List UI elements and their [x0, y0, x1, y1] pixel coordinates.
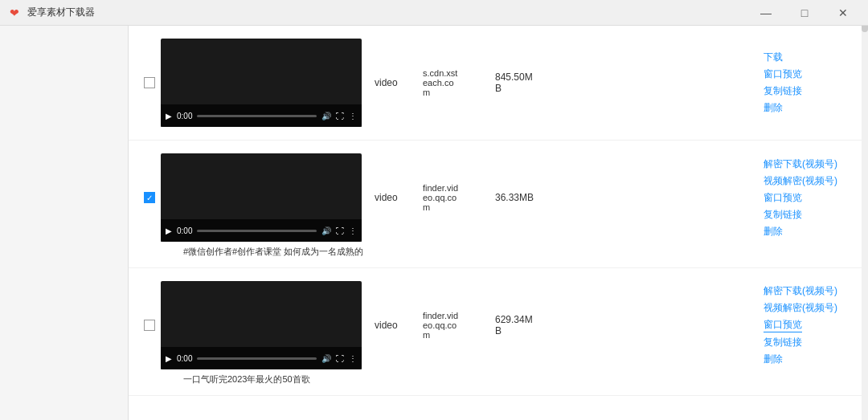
- action-copy-3[interactable]: 复制链接: [764, 336, 802, 349]
- media-size-3: 629.34MB: [495, 314, 559, 336]
- action-copy-2[interactable]: 复制链接: [764, 208, 802, 222]
- checkbox-2[interactable]: [144, 192, 155, 203]
- action-decrypt-dl-3[interactable]: 解密下载(视频号): [764, 284, 837, 298]
- checkbox-area-3: [138, 320, 161, 331]
- action-decrypt-3[interactable]: 视频解密(视频号): [764, 301, 837, 315]
- media-actions-1: 下载 窗口预览 复制链接 删除: [764, 51, 868, 115]
- action-decrypt-2[interactable]: 视频解密(视频号): [764, 174, 837, 188]
- media-type-3: video: [375, 320, 423, 331]
- action-preview-1[interactable]: 窗口预览: [764, 67, 802, 81]
- video-thumbnail-3: ▶ 0:00 🔊 ⛶ ⋮ 一口气听完2023年最火的50首歌: [161, 281, 362, 369]
- media-item-2: ▶ 0:00 🔊 ⛶ ⋮ #微信创作者#创作者课堂 如何成为一名成熟的 vide…: [129, 141, 868, 268]
- maximize-button[interactable]: □: [786, 0, 823, 26]
- checkbox-1[interactable]: [144, 77, 155, 88]
- sidebar: [0, 26, 129, 420]
- main-layout: ▶ 0:00 🔊 ⛶ ⋮ video s.cdn.xsteach.com 845…: [0, 26, 868, 420]
- volume-icon-2[interactable]: 🔊: [321, 226, 331, 235]
- media-size-1: 845.50MB: [495, 71, 559, 94]
- more-icon-3[interactable]: ⋮: [349, 354, 357, 363]
- title-left: ❤ 爱享素材下载器: [10, 6, 95, 19]
- media-type-1: video: [375, 77, 423, 88]
- scrollbar-track[interactable]: [862, 0, 868, 420]
- app-icon: ❤: [10, 6, 23, 19]
- progress-bar-2: [197, 230, 317, 232]
- time-display-2: 0:00: [177, 226, 192, 235]
- media-source-2: finder.video.qq.com: [423, 183, 495, 212]
- more-icon-2[interactable]: ⋮: [349, 226, 357, 235]
- video-controls-2: ▶ 0:00 🔊 ⛶ ⋮: [161, 219, 362, 242]
- volume-icon-1[interactable]: 🔊: [321, 112, 331, 120]
- content-area: ▶ 0:00 🔊 ⛶ ⋮ video s.cdn.xsteach.com 845…: [129, 26, 868, 420]
- action-preview-2[interactable]: 窗口预览: [764, 191, 802, 205]
- time-display-1: 0:00: [177, 112, 192, 120]
- title-controls: — □ ✕: [747, 0, 862, 26]
- more-icon-1[interactable]: ⋮: [349, 112, 357, 120]
- media-item: ▶ 0:00 🔊 ⛶ ⋮ video s.cdn.xsteach.com 845…: [129, 26, 868, 141]
- media-info-1: video s.cdn.xsteach.com 845.50MB: [375, 68, 764, 97]
- media-info-2: video finder.video.qq.com 36.33MB: [375, 183, 764, 212]
- media-item-3: ▶ 0:00 🔊 ⛶ ⋮ 一口气听完2023年最火的50首歌 video fin…: [129, 268, 868, 396]
- media-source-3: finder.video.qq.com: [423, 311, 495, 340]
- media-source-1: s.cdn.xsteach.com: [423, 68, 495, 97]
- volume-icon-3[interactable]: 🔊: [321, 354, 331, 363]
- video-controls-3: ▶ 0:00 🔊 ⛶ ⋮: [161, 347, 362, 369]
- progress-bar-3: [197, 357, 317, 360]
- checkbox-area-2: [138, 192, 161, 203]
- action-download-1[interactable]: 下载: [764, 51, 783, 64]
- video-thumbnail-1: ▶ 0:00 🔊 ⛶ ⋮: [161, 39, 362, 127]
- action-delete-2[interactable]: 删除: [764, 225, 783, 239]
- video-controls-1: ▶ 0:00 🔊 ⛶ ⋮: [161, 104, 362, 127]
- time-display-3: 0:00: [177, 354, 192, 363]
- video-caption-2: #微信创作者#创作者课堂 如何成为一名成熟的: [183, 246, 363, 258]
- app-title: 爱享素材下载器: [27, 6, 95, 19]
- video-thumbnail-2: ▶ 0:00 🔊 ⛶ ⋮ #微信创作者#创作者课堂 如何成为一名成熟的: [161, 153, 362, 242]
- media-size-2: 36.33MB: [495, 192, 559, 203]
- fullscreen-icon-2[interactable]: ⛶: [336, 226, 344, 235]
- close-button[interactable]: ✕: [825, 0, 862, 26]
- action-copy-1[interactable]: 复制链接: [764, 84, 802, 98]
- action-delete-3[interactable]: 删除: [764, 353, 783, 366]
- media-actions-3: 解密下载(视频号) 视频解密(视频号) 窗口预览 复制链接 删除: [764, 284, 868, 366]
- play-button-2[interactable]: ▶: [166, 226, 172, 235]
- media-type-2: video: [375, 192, 423, 203]
- checkbox-3[interactable]: [144, 320, 155, 331]
- video-caption-3: 一口气听完2023年最火的50首歌: [183, 373, 310, 385]
- action-delete-1[interactable]: 删除: [764, 101, 783, 115]
- media-actions-2: 解密下载(视频号) 视频解密(视频号) 窗口预览 复制链接 删除: [764, 157, 868, 239]
- play-button-1[interactable]: ▶: [166, 112, 172, 120]
- title-bar: ❤ 爱享素材下载器 — □ ✕: [0, 0, 868, 26]
- action-preview-3[interactable]: 窗口预览: [764, 318, 802, 332]
- play-button-3[interactable]: ▶: [166, 354, 172, 363]
- fullscreen-icon-1[interactable]: ⛶: [336, 112, 344, 120]
- checkbox-area-1: [138, 77, 161, 88]
- action-decrypt-dl-2[interactable]: 解密下载(视频号): [764, 157, 837, 171]
- fullscreen-icon-3[interactable]: ⛶: [336, 354, 344, 363]
- minimize-button[interactable]: —: [747, 0, 784, 26]
- media-info-3: video finder.video.qq.com 629.34MB: [375, 311, 764, 340]
- progress-bar-1: [197, 115, 317, 117]
